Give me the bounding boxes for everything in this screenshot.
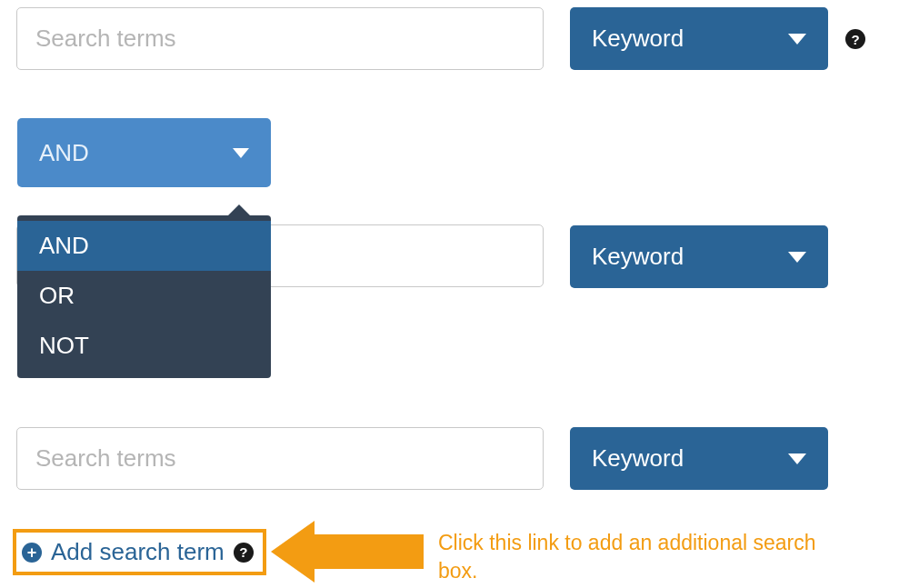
field-select-1[interactable]: Keyword [570, 7, 828, 70]
chevron-down-icon [788, 252, 806, 263]
search-terms-input-1[interactable] [16, 7, 544, 70]
annotation-caption: Click this link to add an additional sea… [438, 529, 856, 585]
advanced-search-panel: Keyword ? AND Keyword AND OR NOT Keyword… [0, 0, 909, 588]
plus-circle-icon: + [22, 543, 42, 563]
field-select-2[interactable]: Keyword [570, 225, 828, 288]
add-search-term-link[interactable]: + Add search term ? [13, 529, 266, 575]
annotation-arrow-icon [271, 521, 424, 583]
add-search-term-help-icon[interactable]: ? [234, 543, 254, 563]
chevron-down-icon [788, 453, 806, 464]
field-help-icon[interactable]: ? [845, 29, 865, 49]
chevron-down-icon [233, 148, 249, 158]
field-select-1-label: Keyword [592, 25, 684, 53]
boolean-operator-select[interactable]: AND [17, 118, 271, 187]
field-select-3[interactable]: Keyword [570, 427, 828, 490]
add-search-term-label: Add search term [51, 538, 225, 566]
boolean-operator-label: AND [39, 139, 89, 167]
boolean-option-or[interactable]: OR [17, 271, 271, 321]
chevron-down-icon [788, 34, 806, 45]
field-select-2-label: Keyword [592, 243, 684, 271]
boolean-option-not[interactable]: NOT [17, 321, 271, 371]
boolean-option-and[interactable]: AND [17, 221, 271, 271]
search-terms-input-3[interactable] [16, 427, 544, 490]
field-select-3-label: Keyword [592, 444, 684, 473]
boolean-operator-menu[interactable]: AND OR NOT [17, 215, 271, 378]
